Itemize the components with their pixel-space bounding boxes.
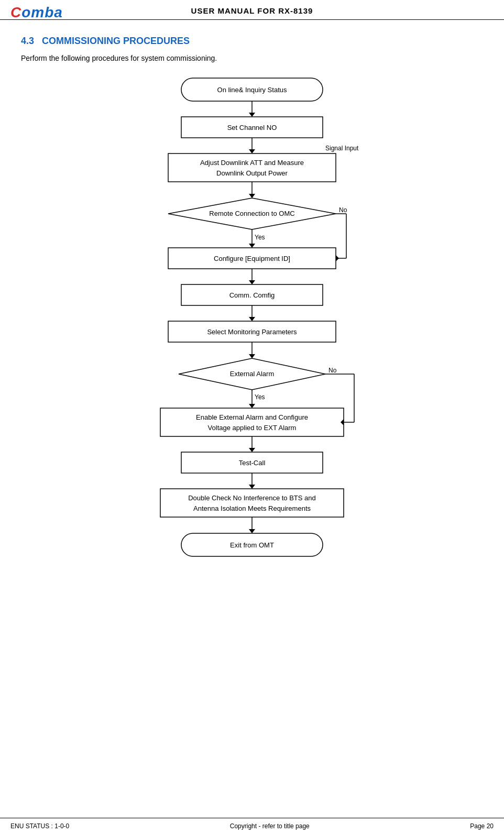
arrow8-head (249, 404, 255, 408)
node-adjustdl-text1: Adjust Downlink ATT and Measure (200, 159, 304, 167)
node-setchannel-text: Set Channel NO (227, 124, 277, 131)
main-content: 4.3 COMMISSIONING PROCEDURES Perform the… (0, 20, 504, 806)
arrow7-head (249, 354, 255, 358)
arrow3-head (249, 194, 255, 198)
yes1-label: Yes (255, 234, 265, 241)
arrow6-head (249, 317, 255, 321)
section-title: 4.3 COMMISSIONING PROCEDURES (21, 36, 483, 47)
header-title: USER MANUAL FOR RX-8139 (191, 6, 313, 15)
footer-center: Copyright - refer to title page (230, 822, 310, 830)
no1-arrow-head (336, 255, 339, 261)
page-header: Comba USER MANUAL FOR RX-8139 (0, 0, 504, 20)
signal-input-label: Signal Input (325, 145, 359, 152)
node-adjustdl-text2: Downlink Output Power (216, 169, 288, 177)
node-remoteconn-text: Remote Connection to OMC (209, 210, 294, 217)
node-commconfig-text: Comm. Comfig (229, 291, 275, 299)
intro-text: Perform the following procedures for sys… (21, 54, 483, 62)
flowchart: On line& Inquiry Status Set Channel NO S… (21, 73, 483, 796)
node-adjustdl (168, 153, 336, 182)
no2-label: No (328, 367, 337, 374)
arrow5-head (249, 280, 255, 284)
node-extalarm-text: External Alarm (230, 370, 275, 378)
arrow1-head (249, 113, 255, 117)
footer-right: Page 20 (470, 822, 494, 830)
node-doublecheck-text1: Double Check No Interference to BTS and (188, 494, 316, 502)
node-enableext-text1: Enable External Alarm and Configure (196, 413, 308, 421)
logo-text: Comba (10, 4, 63, 20)
flowchart-svg: On line& Inquiry Status Set Channel NO S… (69, 73, 435, 796)
node-enableext-text2: Voltage applied to EXT Alarm (208, 424, 297, 432)
node-exit-text: Exit from OMT (230, 541, 274, 549)
arrow10-head (249, 485, 255, 489)
arrow11-head (249, 529, 255, 533)
arrow2-head (249, 149, 255, 153)
node-testcall-text: Test-Call (239, 459, 266, 467)
arrow4-head (249, 244, 255, 248)
yes2-label: Yes (255, 393, 265, 401)
node-doublecheck-text2: Antenna Isolation Meets Requirements (193, 504, 311, 512)
node-doublecheck (160, 489, 344, 517)
footer-left: ENU STATUS : 1-0-0 (10, 822, 69, 830)
node-configureeq-text: Configure [Equipment ID] (214, 255, 290, 262)
logo: Comba (10, 4, 63, 21)
node-selectmon-text: Select Monitoring Parameters (207, 328, 297, 336)
no1-label: No (339, 206, 347, 214)
node-online-text: On line& Inquiry Status (217, 86, 287, 94)
arrow9-head (249, 448, 255, 452)
page-footer: ENU STATUS : 1-0-0 Copyright - refer to … (0, 818, 504, 834)
node-enableext (160, 408, 344, 436)
